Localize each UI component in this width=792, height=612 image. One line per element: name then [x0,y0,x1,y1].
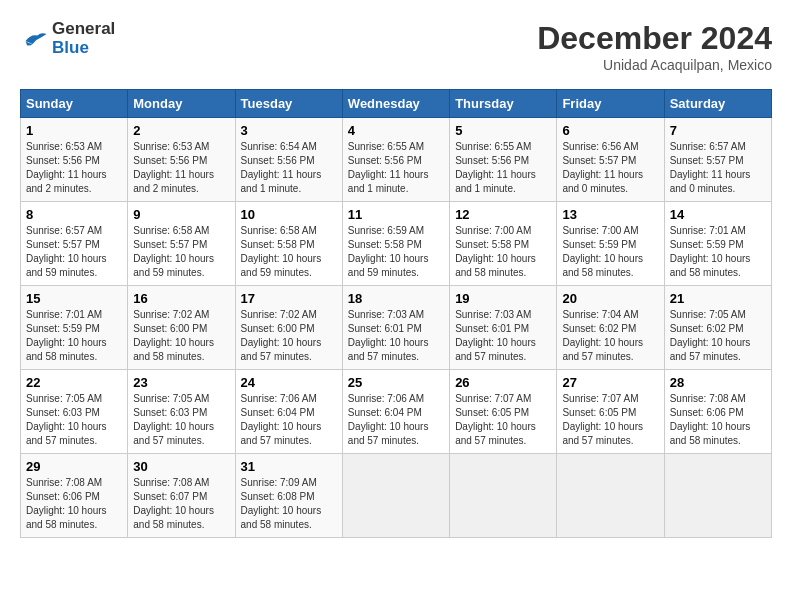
day-detail: Sunrise: 6:55 AMSunset: 5:56 PMDaylight:… [348,141,429,194]
day-number: 16 [133,291,229,306]
day-detail: Sunrise: 7:05 AMSunset: 6:03 PMDaylight:… [26,393,107,446]
day-number: 30 [133,459,229,474]
calendar-week: 1 Sunrise: 6:53 AMSunset: 5:56 PMDayligh… [21,118,772,202]
calendar-week: 8 Sunrise: 6:57 AMSunset: 5:57 PMDayligh… [21,202,772,286]
day-number: 20 [562,291,658,306]
day-detail: Sunrise: 7:05 AMSunset: 6:03 PMDaylight:… [133,393,214,446]
location: Unidad Acaquilpan, Mexico [537,57,772,73]
day-detail: Sunrise: 7:07 AMSunset: 6:05 PMDaylight:… [562,393,643,446]
calendar-cell: 22 Sunrise: 7:05 AMSunset: 6:03 PMDaylig… [21,370,128,454]
day-number: 27 [562,375,658,390]
calendar-cell: 6 Sunrise: 6:56 AMSunset: 5:57 PMDayligh… [557,118,664,202]
day-detail: Sunrise: 7:06 AMSunset: 6:04 PMDaylight:… [241,393,322,446]
calendar-cell: 27 Sunrise: 7:07 AMSunset: 6:05 PMDaylig… [557,370,664,454]
day-number: 6 [562,123,658,138]
day-number: 28 [670,375,766,390]
calendar-cell [664,454,771,538]
weekday-header: Wednesday [342,90,449,118]
day-number: 4 [348,123,444,138]
day-number: 5 [455,123,551,138]
calendar-cell: 4 Sunrise: 6:55 AMSunset: 5:56 PMDayligh… [342,118,449,202]
calendar-cell: 30 Sunrise: 7:08 AMSunset: 6:07 PMDaylig… [128,454,235,538]
day-detail: Sunrise: 6:53 AMSunset: 5:56 PMDaylight:… [133,141,214,194]
day-number: 12 [455,207,551,222]
title-block: December 2024 Unidad Acaquilpan, Mexico [537,20,772,73]
calendar-cell [557,454,664,538]
day-number: 8 [26,207,122,222]
day-detail: Sunrise: 7:09 AMSunset: 6:08 PMDaylight:… [241,477,322,530]
day-number: 7 [670,123,766,138]
day-detail: Sunrise: 7:07 AMSunset: 6:05 PMDaylight:… [455,393,536,446]
day-detail: Sunrise: 7:05 AMSunset: 6:02 PMDaylight:… [670,309,751,362]
day-number: 17 [241,291,337,306]
day-number: 9 [133,207,229,222]
calendar-header: SundayMondayTuesdayWednesdayThursdayFrid… [21,90,772,118]
calendar-week: 22 Sunrise: 7:05 AMSunset: 6:03 PMDaylig… [21,370,772,454]
day-detail: Sunrise: 7:02 AMSunset: 6:00 PMDaylight:… [241,309,322,362]
calendar-cell: 25 Sunrise: 7:06 AMSunset: 6:04 PMDaylig… [342,370,449,454]
calendar-cell: 1 Sunrise: 6:53 AMSunset: 5:56 PMDayligh… [21,118,128,202]
day-detail: Sunrise: 7:08 AMSunset: 6:06 PMDaylight:… [26,477,107,530]
calendar-cell: 20 Sunrise: 7:04 AMSunset: 6:02 PMDaylig… [557,286,664,370]
calendar-cell: 29 Sunrise: 7:08 AMSunset: 6:06 PMDaylig… [21,454,128,538]
day-detail: Sunrise: 6:57 AMSunset: 5:57 PMDaylight:… [670,141,751,194]
weekday-header: Sunday [21,90,128,118]
calendar-cell: 24 Sunrise: 7:06 AMSunset: 6:04 PMDaylig… [235,370,342,454]
calendar-cell: 10 Sunrise: 6:58 AMSunset: 5:58 PMDaylig… [235,202,342,286]
calendar-cell: 11 Sunrise: 6:59 AMSunset: 5:58 PMDaylig… [342,202,449,286]
day-detail: Sunrise: 7:00 AMSunset: 5:58 PMDaylight:… [455,225,536,278]
calendar-cell: 7 Sunrise: 6:57 AMSunset: 5:57 PMDayligh… [664,118,771,202]
day-number: 26 [455,375,551,390]
day-number: 19 [455,291,551,306]
day-number: 25 [348,375,444,390]
day-number: 2 [133,123,229,138]
calendar-cell: 14 Sunrise: 7:01 AMSunset: 5:59 PMDaylig… [664,202,771,286]
calendar-cell: 15 Sunrise: 7:01 AMSunset: 5:59 PMDaylig… [21,286,128,370]
day-detail: Sunrise: 6:58 AMSunset: 5:58 PMDaylight:… [241,225,322,278]
day-number: 15 [26,291,122,306]
page-header: General Blue December 2024 Unidad Acaqui… [20,20,772,73]
day-number: 1 [26,123,122,138]
day-detail: Sunrise: 6:55 AMSunset: 5:56 PMDaylight:… [455,141,536,194]
calendar-cell: 5 Sunrise: 6:55 AMSunset: 5:56 PMDayligh… [450,118,557,202]
day-number: 21 [670,291,766,306]
calendar-cell: 28 Sunrise: 7:08 AMSunset: 6:06 PMDaylig… [664,370,771,454]
weekday-header: Thursday [450,90,557,118]
day-detail: Sunrise: 7:00 AMSunset: 5:59 PMDaylight:… [562,225,643,278]
calendar-cell: 8 Sunrise: 6:57 AMSunset: 5:57 PMDayligh… [21,202,128,286]
day-number: 13 [562,207,658,222]
day-detail: Sunrise: 7:04 AMSunset: 6:02 PMDaylight:… [562,309,643,362]
day-number: 23 [133,375,229,390]
calendar-cell: 18 Sunrise: 7:03 AMSunset: 6:01 PMDaylig… [342,286,449,370]
calendar-cell: 21 Sunrise: 7:05 AMSunset: 6:02 PMDaylig… [664,286,771,370]
day-number: 31 [241,459,337,474]
day-detail: Sunrise: 6:54 AMSunset: 5:56 PMDaylight:… [241,141,322,194]
day-detail: Sunrise: 7:01 AMSunset: 5:59 PMDaylight:… [670,225,751,278]
day-detail: Sunrise: 7:01 AMSunset: 5:59 PMDaylight:… [26,309,107,362]
day-detail: Sunrise: 7:08 AMSunset: 6:07 PMDaylight:… [133,477,214,530]
calendar-cell: 12 Sunrise: 7:00 AMSunset: 5:58 PMDaylig… [450,202,557,286]
day-detail: Sunrise: 7:08 AMSunset: 6:06 PMDaylight:… [670,393,751,446]
day-detail: Sunrise: 6:53 AMSunset: 5:56 PMDaylight:… [26,141,107,194]
weekday-header: Monday [128,90,235,118]
calendar-cell: 16 Sunrise: 7:02 AMSunset: 6:00 PMDaylig… [128,286,235,370]
calendar-cell: 13 Sunrise: 7:00 AMSunset: 5:59 PMDaylig… [557,202,664,286]
day-detail: Sunrise: 6:59 AMSunset: 5:58 PMDaylight:… [348,225,429,278]
calendar-cell: 17 Sunrise: 7:02 AMSunset: 6:00 PMDaylig… [235,286,342,370]
day-number: 14 [670,207,766,222]
day-number: 18 [348,291,444,306]
calendar-week: 15 Sunrise: 7:01 AMSunset: 5:59 PMDaylig… [21,286,772,370]
day-number: 29 [26,459,122,474]
calendar-cell: 3 Sunrise: 6:54 AMSunset: 5:56 PMDayligh… [235,118,342,202]
day-number: 22 [26,375,122,390]
day-detail: Sunrise: 7:03 AMSunset: 6:01 PMDaylight:… [455,309,536,362]
day-number: 10 [241,207,337,222]
day-number: 11 [348,207,444,222]
calendar-week: 29 Sunrise: 7:08 AMSunset: 6:06 PMDaylig… [21,454,772,538]
day-number: 24 [241,375,337,390]
weekday-header: Saturday [664,90,771,118]
day-detail: Sunrise: 7:03 AMSunset: 6:01 PMDaylight:… [348,309,429,362]
logo: General Blue [20,20,115,57]
calendar-cell: 2 Sunrise: 6:53 AMSunset: 5:56 PMDayligh… [128,118,235,202]
weekday-header: Tuesday [235,90,342,118]
